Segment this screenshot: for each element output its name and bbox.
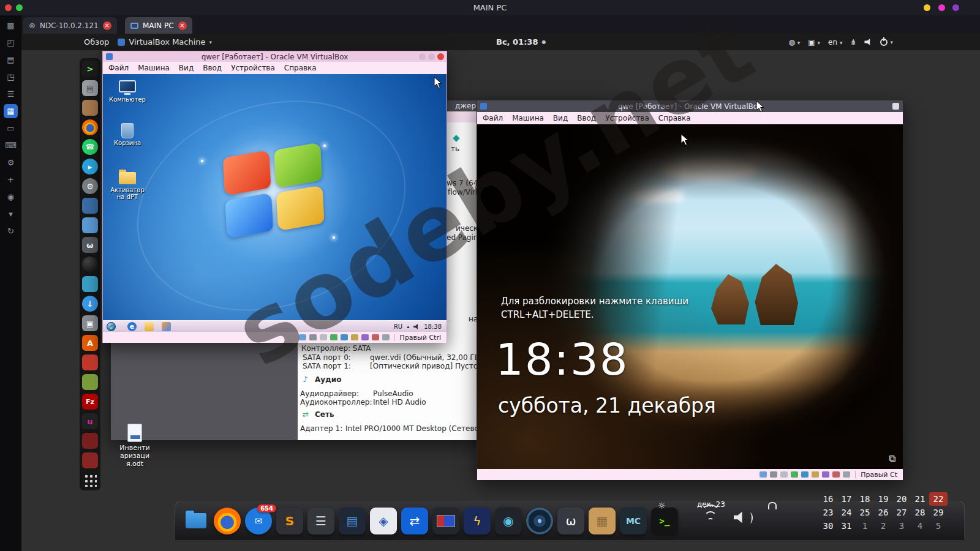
volume-icon[interactable]: [413, 324, 420, 330]
menu-devices[interactable]: Устройства: [605, 114, 649, 122]
editor-dock-item[interactable]: ▤: [339, 508, 366, 534]
filezilla-launcher[interactable]: Fz: [82, 394, 98, 410]
menu-view[interactable]: Вид: [179, 64, 194, 72]
features-icon[interactable]: [843, 471, 850, 478]
wifi-icon[interactable]: [699, 509, 722, 524]
minimize-button[interactable]: [419, 53, 426, 60]
calendar-day-next-month[interactable]: 3: [892, 519, 911, 533]
terminal-launcher[interactable]: >: [82, 61, 98, 77]
window-zoom-dot[interactable]: [16, 4, 23, 11]
utility-launcher[interactable]: [82, 354, 98, 370]
photos-launcher[interactable]: ▣: [82, 315, 98, 331]
menu-help[interactable]: Справка: [658, 114, 691, 122]
tab-ndc-connection[interactable]: ⊗ NDC-10.0.2.121 ×: [23, 17, 117, 34]
u-app-launcher[interactable]: u: [82, 413, 98, 429]
tools-launcher[interactable]: [82, 198, 98, 214]
calendar-day[interactable]: 20: [892, 492, 911, 506]
power-menu[interactable]: ▾: [880, 39, 893, 46]
calendar-day[interactable]: 26: [874, 506, 892, 519]
ie-taskbar-icon[interactable]: e: [127, 322, 137, 331]
vm2-guest-screen[interactable]: Для разблокировки нажмите клавиши CTRL+A…: [477, 124, 903, 469]
tab-main-pc[interactable]: MAIN PC ×: [125, 17, 192, 34]
media-player-taskbar-icon[interactable]: [162, 322, 171, 331]
chevron-down-icon[interactable]: ▾: [4, 207, 18, 221]
calendar-day[interactable]: 18: [856, 492, 874, 506]
vm1-titlebar[interactable]: qwer [Работает] - Oracle VM VirtualBox: [103, 51, 447, 62]
desktop-icon-computer[interactable]: Компьютер: [108, 80, 147, 103]
document-launcher[interactable]: [82, 217, 98, 233]
calendar-day[interactable]: 24: [837, 506, 856, 519]
multi-monitor-icon[interactable]: ▦: [4, 104, 18, 118]
display-icon[interactable]: [361, 334, 369, 340]
refresh-icon[interactable]: ↻: [4, 224, 18, 238]
vm1-taskbar[interactable]: e RU ▴ 18:38: [103, 320, 447, 332]
window-close-dot[interactable]: [5, 4, 12, 11]
teamviewer-dock-item[interactable]: ⇄: [401, 508, 428, 534]
screenshot-icon[interactable]: ◉: [4, 190, 18, 204]
vm-window-qwer[interactable]: qwer [Работает] - Oracle VM VirtualBox Ф…: [102, 51, 447, 343]
virtualbox-dock-item[interactable]: ◈: [370, 508, 397, 534]
calendar-day[interactable]: 21: [911, 492, 929, 506]
firefox-dock-item[interactable]: [214, 508, 241, 534]
whatsapp-launcher[interactable]: ☎: [82, 139, 98, 155]
clock-menu[interactable]: Вс, 01:38 ●: [496, 34, 546, 50]
menu-help[interactable]: Справка: [284, 64, 317, 72]
calendar-day-selected[interactable]: 22: [929, 492, 948, 506]
menu-machine[interactable]: Машина: [512, 114, 544, 122]
calendar-day[interactable]: 19: [874, 492, 892, 506]
files-dock-item[interactable]: [183, 508, 209, 534]
volume-icon[interactable]: [734, 511, 753, 526]
discord-dock-item[interactable]: ω: [557, 508, 584, 534]
image-viewer-dock-item[interactable]: ◉: [495, 508, 522, 534]
features-icon[interactable]: [382, 334, 390, 340]
menu-file[interactable]: Файл: [483, 114, 503, 122]
recording-icon[interactable]: [372, 334, 379, 340]
calendar-day[interactable]: 25: [856, 506, 874, 519]
hdd-icon[interactable]: [760, 471, 767, 478]
calendar-day-next-month[interactable]: 1: [856, 519, 874, 533]
package-dock-item[interactable]: ▦: [589, 508, 616, 534]
sublime-dock-item[interactable]: S: [276, 508, 303, 534]
recording-icon[interactable]: [832, 471, 840, 478]
tray-expand-icon[interactable]: ▴: [407, 324, 409, 329]
tab-close-button[interactable]: ×: [103, 21, 111, 30]
calendar-day[interactable]: 28: [911, 506, 929, 519]
activities-button[interactable]: Обзор: [84, 37, 109, 47]
cd-icon[interactable]: [309, 334, 317, 340]
close-button[interactable]: [437, 53, 444, 60]
calendar-day-next-month[interactable]: 2: [874, 519, 892, 533]
menu-view[interactable]: Вид: [553, 114, 568, 122]
remote-screen-dock-item[interactable]: [432, 508, 459, 534]
dark-red-launcher[interactable]: [82, 433, 98, 449]
volume-icon[interactable]: [864, 39, 872, 46]
accessibility-menu[interactable]: ◍ ▾: [789, 38, 801, 47]
calendar-day[interactable]: 29: [929, 506, 948, 519]
keyboard-layout-menu[interactable]: en ▾: [828, 38, 842, 47]
audio-icon[interactable]: [780, 471, 788, 478]
menu-input[interactable]: Ввод: [577, 114, 596, 122]
file-manager-launcher[interactable]: ▤: [82, 80, 98, 96]
shared-folders-icon[interactable]: [351, 334, 358, 340]
resize-grid-icon[interactable]: ▩: [4, 18, 18, 32]
shared-folders-icon[interactable]: [812, 471, 819, 478]
preferences-icon[interactable]: ⚙: [4, 156, 18, 170]
tab-close-button[interactable]: ×: [178, 21, 187, 30]
display-menu[interactable]: ▣ ▾: [808, 38, 820, 47]
menu-machine[interactable]: Машина: [138, 64, 170, 72]
network-icon[interactable]: [330, 334, 337, 340]
calendar-day[interactable]: 27: [892, 506, 911, 519]
vm-window-qwe[interactable]: qwe [Работает] - Oracle VM VirtualBox Фа…: [477, 100, 903, 479]
explorer-taskbar-icon[interactable]: [145, 322, 154, 331]
driver-installer-launcher[interactable]: [82, 276, 98, 292]
toolbar-button-fragment[interactable]: ть: [451, 144, 459, 153]
calendar-day-next-month[interactable]: 5: [929, 519, 948, 533]
panel-icon[interactable]: ▤: [4, 53, 18, 67]
network-icon[interactable]: [791, 471, 798, 478]
taskbar-clock[interactable]: 18:38: [424, 323, 442, 330]
calendar-day[interactable]: 16: [819, 492, 837, 506]
vm1-guest-screen[interactable]: Компьютер Корзина Активатор на dPT e: [103, 74, 447, 332]
camera-lens-launcher[interactable]: [82, 257, 98, 272]
maximize-button[interactable]: [428, 53, 435, 60]
usb-icon[interactable]: [341, 334, 348, 340]
package-launcher[interactable]: [82, 100, 98, 116]
